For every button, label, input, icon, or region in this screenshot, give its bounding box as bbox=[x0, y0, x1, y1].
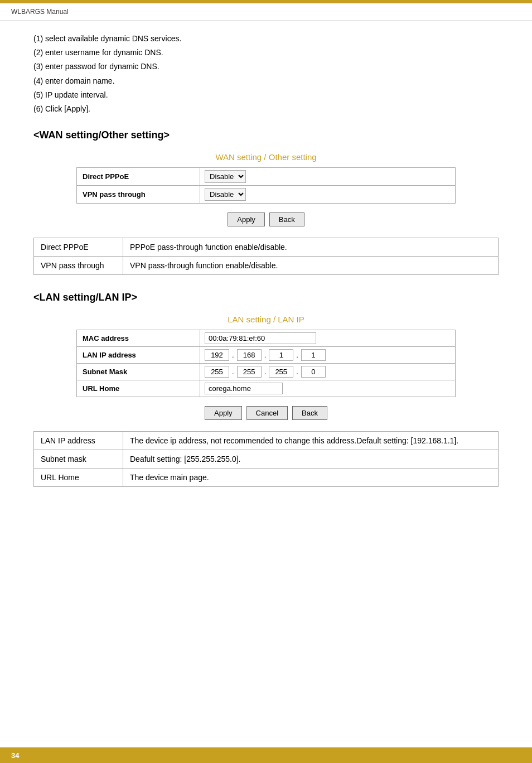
lan-ip-value: . . . bbox=[200, 347, 455, 363]
lan-ip-octet4[interactable] bbox=[301, 349, 326, 361]
vpn-pass-label: VPN pass through bbox=[77, 187, 200, 202]
url-home-input[interactable] bbox=[205, 383, 283, 394]
mac-address-row: MAC address bbox=[77, 330, 455, 347]
table-row: Direct PPPoE PPPoE pass-through function… bbox=[34, 238, 499, 257]
lan-ip-form: MAC address LAN IP address . . . Su bbox=[76, 330, 456, 397]
wan-table-desc-1: PPPoE pass-through function enable/disab… bbox=[123, 238, 499, 257]
lan-back-button[interactable]: Back bbox=[292, 406, 327, 420]
instructions-block: (1) select available dynamic DNS service… bbox=[33, 32, 499, 116]
wan-other-form-title: WAN setting / Other setting bbox=[33, 152, 499, 162]
header: WLBARGS Manual bbox=[0, 3, 532, 21]
wan-other-section: <WAN setting/Other setting> WAN setting … bbox=[33, 129, 499, 275]
instruction-line-5: (5) IP update interval. bbox=[33, 88, 499, 102]
subnet-sep-1: . bbox=[232, 368, 234, 376]
direct-pppoe-select[interactable]: Disable Enable bbox=[205, 170, 246, 183]
lan-ip-octet2[interactable] bbox=[237, 349, 262, 361]
wan-table-desc-2: VPN pass-through function enable/disable… bbox=[123, 257, 499, 275]
lan-ip-row: LAN IP address . . . bbox=[77, 347, 455, 364]
wan-other-info-table: Direct PPPoE PPPoE pass-through function… bbox=[33, 238, 499, 275]
wan-apply-button[interactable]: Apply bbox=[228, 213, 265, 226]
url-home-value bbox=[200, 380, 455, 397]
lan-ip-label: LAN IP address bbox=[77, 347, 200, 363]
lan-table-field-3: URL Home bbox=[34, 469, 123, 487]
wan-back-button[interactable]: Back bbox=[269, 213, 304, 226]
wan-table-field-1: Direct PPPoE bbox=[34, 238, 123, 257]
table-row: VPN pass through VPN pass-through functi… bbox=[34, 257, 499, 275]
instruction-line-1: (1) select available dynamic DNS service… bbox=[33, 32, 499, 46]
page-footer: 34 bbox=[0, 747, 532, 763]
subnet-octet2[interactable] bbox=[237, 366, 262, 378]
vpn-pass-row: VPN pass through Disable Enable bbox=[77, 186, 455, 203]
url-home-label: URL Home bbox=[77, 381, 200, 396]
subnet-mask-value: . . . bbox=[200, 364, 455, 380]
lan-table-desc-3: The device main page. bbox=[123, 469, 499, 487]
main-content: (1) select available dynamic DNS service… bbox=[0, 21, 532, 526]
lan-ip-section: <LAN setting/LAN IP> LAN setting / LAN I… bbox=[33, 292, 499, 487]
instruction-line-4: (4) enter domain name. bbox=[33, 74, 499, 88]
lan-table-field-1: LAN IP address bbox=[34, 432, 123, 450]
table-row: LAN IP address The device ip address, no… bbox=[34, 432, 499, 450]
vpn-pass-select[interactable]: Disable Enable bbox=[205, 188, 246, 201]
lan-ip-form-title: LAN setting / LAN IP bbox=[33, 315, 499, 324]
lan-apply-button[interactable]: Apply bbox=[205, 406, 242, 420]
header-title: WLBARGS Manual bbox=[11, 8, 69, 16]
instruction-line-2: (2) enter username for dynamic DNS. bbox=[33, 46, 499, 60]
wan-table-field-2: VPN pass through bbox=[34, 257, 123, 275]
lan-ip-heading: <LAN setting/LAN IP> bbox=[33, 292, 499, 303]
ip-sep-1: . bbox=[232, 351, 234, 359]
mac-address-value bbox=[200, 330, 455, 346]
lan-ip-info-table: LAN IP address The device ip address, no… bbox=[33, 431, 499, 487]
mac-address-input[interactable] bbox=[205, 332, 316, 344]
lan-table-desc-1: The device ip address, not recommended t… bbox=[123, 432, 499, 450]
mac-address-label: MAC address bbox=[77, 331, 200, 346]
lan-table-desc-2: Deafult setting: [255.255.255.0]. bbox=[123, 450, 499, 469]
subnet-sep-3: . bbox=[296, 368, 298, 376]
direct-pppoe-row: Direct PPPoE Disable Enable bbox=[77, 168, 455, 186]
ip-sep-3: . bbox=[296, 351, 298, 359]
subnet-sep-2: . bbox=[264, 368, 267, 376]
vpn-pass-value: Disable Enable bbox=[200, 186, 455, 203]
wan-other-heading: <WAN setting/Other setting> bbox=[33, 129, 499, 141]
page-number: 34 bbox=[11, 751, 19, 760]
table-row: Subnet mask Deafult setting: [255.255.25… bbox=[34, 450, 499, 469]
subnet-octet4[interactable] bbox=[301, 366, 326, 378]
subnet-octet3[interactable] bbox=[269, 366, 293, 378]
instruction-line-6: (6) Click [Apply]. bbox=[33, 102, 499, 116]
lan-ip-octet3[interactable] bbox=[269, 349, 293, 361]
lan-cancel-button[interactable]: Cancel bbox=[246, 406, 288, 420]
subnet-mask-label: Subnet Mask bbox=[77, 364, 200, 379]
wan-other-form: Direct PPPoE Disable Enable VPN pass thr… bbox=[76, 167, 456, 204]
url-home-row: URL Home bbox=[77, 380, 455, 397]
ip-sep-2: . bbox=[264, 351, 267, 359]
lan-table-field-2: Subnet mask bbox=[34, 450, 123, 469]
table-row: URL Home The device main page. bbox=[34, 469, 499, 487]
direct-pppoe-value: Disable Enable bbox=[200, 168, 455, 185]
subnet-octet1[interactable] bbox=[205, 366, 229, 378]
subnet-mask-row: Subnet Mask . . . bbox=[77, 364, 455, 380]
wan-other-buttons: Apply Back bbox=[33, 213, 499, 226]
lan-ip-buttons: Apply Cancel Back bbox=[33, 406, 499, 420]
direct-pppoe-label: Direct PPPoE bbox=[77, 169, 200, 184]
lan-ip-octet1[interactable] bbox=[205, 349, 229, 361]
instruction-line-3: (3) enter passwod for dynamic DNS. bbox=[33, 60, 499, 74]
